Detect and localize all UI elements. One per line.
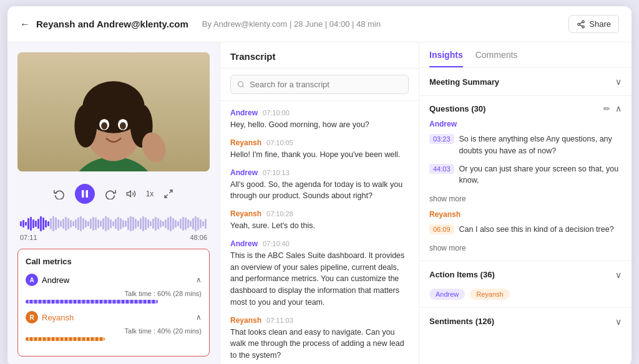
waveform-bar bbox=[42, 218, 44, 230]
video-thumbnail bbox=[17, 52, 210, 171]
volume-button[interactable] bbox=[126, 189, 136, 199]
q2-text: Or you can just share your screen so tha… bbox=[459, 163, 622, 187]
tag-andrew[interactable]: Andrew bbox=[429, 289, 465, 300]
msg-text: This is the ABC Sales Suite dashboard. I… bbox=[230, 250, 409, 309]
reyansh-speaker-row: R Reyansh ∧ bbox=[26, 311, 202, 323]
search-icon bbox=[237, 80, 245, 89]
questions-title-row: Questions (30) ✏ ∧ bbox=[429, 96, 622, 120]
action-items-section: Action Items (36) ∨ Andrew Reyansh bbox=[419, 261, 632, 308]
waveform-bar bbox=[25, 222, 27, 226]
sentiments-header[interactable]: Sentiments (126) ∨ bbox=[429, 308, 622, 335]
waveform-bar bbox=[32, 219, 34, 228]
meeting-summary-section[interactable]: Meeting Summary ∨ bbox=[419, 68, 632, 96]
msg-time: 07:11:03 bbox=[266, 317, 293, 324]
waveform-bar bbox=[37, 219, 39, 229]
question-3: 06:09 Can I also see this in kind of a d… bbox=[429, 224, 622, 236]
waveform-bar bbox=[102, 218, 104, 229]
video-controls: 1x bbox=[17, 179, 210, 209]
svg-line-3 bbox=[580, 24, 582, 26]
progress-area: // Generate waveform bars inline - will … bbox=[17, 216, 210, 241]
fullscreen-button[interactable] bbox=[163, 189, 173, 199]
tab-insights[interactable]: Insights bbox=[429, 50, 463, 67]
waveform-bar bbox=[177, 221, 179, 226]
show-more-1[interactable]: show more bbox=[429, 192, 466, 206]
msg-time: 07:10:00 bbox=[263, 109, 290, 117]
show-more-2[interactable]: show more bbox=[429, 241, 466, 255]
share-icon bbox=[577, 20, 585, 29]
waveform-bar bbox=[135, 219, 137, 229]
waveform-bar bbox=[57, 219, 59, 228]
msg-time: 07:10:05 bbox=[266, 139, 293, 146]
pause-button[interactable] bbox=[75, 184, 95, 204]
question-1: 03:23 So is there anything else Any ques… bbox=[429, 133, 622, 157]
waveform-bar bbox=[137, 221, 139, 227]
waveform[interactable]: // Generate waveform bars inline - will … bbox=[20, 216, 207, 231]
q3-timestamp[interactable]: 06:09 bbox=[429, 224, 454, 234]
waveform-bar bbox=[182, 217, 184, 231]
tag-reyansh[interactable]: Reyansh bbox=[470, 289, 509, 300]
waveform-bar bbox=[197, 218, 199, 230]
sentiments-section: Sentiments (126) ∨ bbox=[419, 308, 632, 335]
video-placeholder bbox=[17, 52, 210, 171]
andrew-talk-time: Talk time : 60% (28 mins) bbox=[125, 290, 202, 297]
msg-text: Yeah, sure. Let's do this. bbox=[230, 220, 409, 232]
waveform-bar bbox=[172, 218, 174, 229]
q2-timestamp[interactable]: 44:03 bbox=[429, 164, 454, 174]
waveform-bar bbox=[127, 218, 129, 230]
waveform-bar bbox=[125, 221, 127, 227]
left-panel: 1x // Generate waveform bars inline - wi… bbox=[7, 42, 220, 364]
waveform-bar bbox=[75, 219, 77, 228]
waveform-bar bbox=[105, 216, 107, 231]
insights-body: Meeting Summary ∨ Questions (30) ✏ ∧ An bbox=[419, 68, 632, 364]
waveform-bar bbox=[170, 216, 172, 231]
waveform-bar bbox=[35, 221, 37, 227]
rewind-button[interactable] bbox=[54, 188, 65, 199]
waveform-bar bbox=[187, 219, 189, 228]
svg-point-11 bbox=[74, 104, 97, 148]
waveform-bar bbox=[130, 216, 132, 231]
list-item: Reyansh 07:10:05 Hello! I'm fine, thank … bbox=[230, 138, 409, 161]
andrew-chevron[interactable]: ∧ bbox=[196, 275, 202, 284]
forward-button[interactable] bbox=[105, 188, 116, 199]
waveform-bar bbox=[52, 216, 54, 231]
questions-chevron[interactable]: ∧ bbox=[615, 103, 622, 113]
list-item: Reyansh 07:11:03 That looks clean and ea… bbox=[230, 316, 409, 362]
video-player bbox=[17, 52, 210, 171]
waveform-bar bbox=[110, 219, 112, 228]
list-item: Andrew 07:10:40 This is the ABC Sales Su… bbox=[230, 239, 409, 309]
action-items-header[interactable]: Action Items (36) ∨ bbox=[419, 261, 632, 289]
sentiments-title: Sentiments (126) bbox=[429, 317, 494, 326]
waveform-bar bbox=[85, 220, 87, 228]
speed-label[interactable]: 1x bbox=[146, 189, 154, 198]
waveform-bar bbox=[122, 220, 124, 228]
waveform-bar bbox=[155, 217, 157, 231]
app-container: ← Reyansh and Andrew@klenty.com By Andre… bbox=[7, 6, 632, 364]
msg-author: Andrew bbox=[230, 239, 258, 248]
q3-text: Can I also see this in kind of a decisio… bbox=[459, 224, 614, 236]
meeting-summary-icons: ∨ bbox=[615, 77, 622, 87]
waveform-bar bbox=[45, 220, 47, 228]
meeting-summary-title: Meeting Summary bbox=[429, 77, 499, 87]
msg-time: 07:10:28 bbox=[266, 210, 293, 218]
waveform-bar bbox=[150, 221, 152, 226]
current-time: 07:11 bbox=[20, 234, 37, 241]
time-row: 07:11 48:06 bbox=[20, 234, 207, 241]
reyansh-chevron[interactable]: ∧ bbox=[196, 313, 202, 322]
msg-time: 07:10:13 bbox=[263, 169, 290, 176]
waveform-bar bbox=[40, 216, 42, 231]
search-input[interactable] bbox=[250, 80, 402, 89]
edit-icon[interactable]: ✏ bbox=[603, 104, 610, 113]
transcript-panel: Transcript Andrew 07:10:00 Hey, hello. G… bbox=[220, 42, 419, 364]
insights-tabs: Insights Comments bbox=[419, 42, 632, 68]
back-button[interactable]: ← bbox=[20, 19, 30, 30]
q1-timestamp[interactable]: 03:23 bbox=[429, 134, 454, 144]
msg-text: Hey, hello. Good morning, how are you? bbox=[230, 119, 409, 131]
waveform-bar bbox=[70, 220, 72, 228]
svg-point-1 bbox=[578, 23, 580, 26]
call-metrics: Call metrics A Andrew ∧ Talk time : 60% … bbox=[17, 249, 210, 357]
transcript-title: Transcript bbox=[220, 42, 419, 69]
andrew-talk-bar bbox=[26, 300, 158, 304]
share-button[interactable]: Share bbox=[568, 15, 619, 33]
tab-comments[interactable]: Comments bbox=[476, 50, 518, 67]
waveform-bar bbox=[20, 221, 22, 226]
